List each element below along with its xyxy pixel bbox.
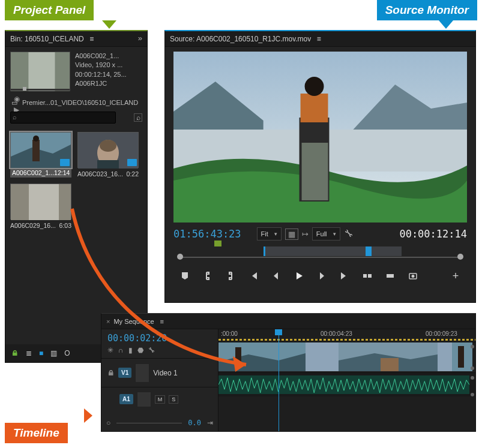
sequence-name: My Sequence: [113, 318, 154, 325]
label-source-monitor: Source Monitor: [377, 0, 477, 20]
scrub-handle-start[interactable]: [177, 254, 183, 260]
svg-rect-22: [387, 274, 394, 278]
sequence-timecode[interactable]: 00:00:02:20: [101, 329, 218, 346]
track-toggle[interactable]: [135, 363, 149, 383]
step-forward-button[interactable]: [316, 270, 327, 281]
proxy-icon[interactable]: ↦: [302, 230, 309, 239]
icon-view-icon[interactable]: ■: [39, 349, 43, 357]
find-bin-icon[interactable]: ⌕: [134, 113, 142, 122]
clip-item-name: A006C029_16...: [10, 222, 56, 229]
step-back-button[interactable]: [271, 270, 282, 281]
search-icon: ⌕: [13, 113, 17, 121]
settings-icon[interactable]: 🔧︎: [344, 228, 354, 239]
snap-icon[interactable]: ✳︎: [107, 346, 113, 354]
step-out-icon[interactable]: ⇥: [207, 419, 213, 427]
timeline-clip[interactable]: [339, 342, 438, 371]
zoom-slider-icon[interactable]: O: [64, 349, 70, 357]
clip-item-dur: 0:22: [127, 170, 139, 178]
clip-preview-thumbnail[interactable]: [10, 52, 70, 91]
track-badge-a1[interactable]: A1: [119, 394, 133, 404]
timeline-tracks-area[interactable]: :00:00 00:00:04:23 00:00:09:23: [218, 329, 475, 431]
safe-margins-icon[interactable]: ▦: [285, 228, 298, 240]
insert-button[interactable]: [362, 270, 373, 281]
go-to-in-button[interactable]: [248, 270, 259, 281]
ruler-tick: 00:00:09:23: [426, 330, 457, 337]
svg-rect-11: [29, 184, 59, 220]
source-monitor-panel: Source: A006C002_160510_R1JC.mov.mov ≡ 0…: [164, 30, 476, 303]
track-output-icon[interactable]: [471, 376, 474, 380]
track-toggle[interactable]: [137, 392, 151, 407]
resolution-dropdown[interactable]: Full▾: [312, 227, 340, 240]
lock-icon[interactable]: 🔒︎: [11, 349, 19, 357]
track-lock-icon[interactable]: 🔒︎: [107, 369, 115, 377]
clip-item[interactable]: A006C029_16...6:03: [10, 184, 71, 229]
poster-frame-icon[interactable]: ◉: [14, 95, 20, 103]
button-editor-icon[interactable]: +: [450, 270, 461, 281]
add-marker-icon[interactable]: ⬣: [137, 346, 143, 354]
panel-menu-icon[interactable]: ≡: [158, 317, 166, 326]
svg-rect-30: [381, 358, 399, 371]
export-frame-button[interactable]: [408, 270, 418, 281]
mark-out-button[interactable]: [225, 270, 236, 281]
panel-menu-icon[interactable]: ≡: [88, 35, 96, 43]
project-panel-header[interactable]: Bin: 160510_ICELAND ≡ »: [5, 31, 147, 47]
solo-icon[interactable]: S: [169, 395, 178, 404]
track-badge-v1[interactable]: V1: [118, 368, 131, 378]
settings-icon[interactable]: 🔧︎: [148, 346, 155, 354]
scrub-handle-end[interactable]: [457, 254, 463, 260]
ruler-tick: 00:00:04:23: [321, 330, 352, 337]
linked-selection-icon[interactable]: ∩: [118, 346, 124, 354]
clip-meta-line: 00:00:12:14, 25...: [75, 70, 127, 79]
overwrite-button[interactable]: [385, 270, 396, 281]
track-output-icon[interactable]: [471, 366, 474, 370]
svg-rect-17: [301, 94, 328, 122]
track-name: Video 1: [153, 369, 177, 377]
source-scrubber[interactable]: [173, 246, 467, 264]
selected-clip-section: ◉ ▶ A006C002_1... Video, 1920 x ... 00:0…: [5, 47, 147, 96]
svg-rect-20: [363, 274, 367, 278]
timecode-left[interactable]: 01:56:43:23: [173, 228, 241, 240]
timeline-ruler[interactable]: :00:00 00:00:04:23 00:00:09:23: [218, 329, 475, 342]
timeline-clip[interactable]: [438, 342, 452, 371]
list-view-icon[interactable]: ≣: [26, 349, 32, 357]
zoom-out-icon[interactable]: ○: [106, 419, 110, 427]
expand-chevrons-icon[interactable]: »: [138, 34, 142, 43]
track-output-icon[interactable]: [471, 345, 474, 348]
play-button[interactable]: [294, 270, 304, 281]
mute-icon[interactable]: M: [155, 395, 166, 404]
mark-in-button[interactable]: [202, 270, 213, 281]
svg-point-5: [33, 136, 39, 142]
svg-rect-21: [368, 274, 372, 278]
timeline-panel: × My Sequence ≡ 00:00:02:20 ✳︎ ∩ ▮ ⬣ 🔧︎ …: [101, 313, 476, 432]
timeline-clip[interactable]: [452, 342, 472, 371]
clip-item-name: A006C023_16...: [77, 170, 123, 178]
label-arrow-source: [439, 20, 453, 29]
timeline-playhead[interactable]: [279, 329, 279, 431]
track-output-icon[interactable]: [471, 393, 474, 396]
timeline-header[interactable]: × My Sequence ≡: [101, 314, 475, 329]
clip-item[interactable]: A006C002_1...12:14: [10, 132, 71, 178]
timeline-clip[interactable]: [218, 342, 306, 371]
freeform-view-icon[interactable]: ▥: [50, 349, 57, 357]
timeline-audio-lane[interactable]: [218, 372, 475, 396]
zoom-fit-dropdown[interactable]: Fit▾: [257, 227, 282, 240]
source-monitor-header[interactable]: Source: A006C002_160510_R1JC.mov.mov ≡: [165, 31, 475, 47]
marker-tool-icon[interactable]: ▮: [128, 346, 133, 354]
clip-item[interactable]: A006C023_16...0:22: [77, 132, 139, 178]
bin-title: Bin: 160510_ICELAND: [10, 35, 84, 43]
svg-rect-1: [28, 52, 55, 91]
timeline-clip[interactable]: [306, 342, 339, 371]
search-input[interactable]: [10, 112, 116, 124]
marker-icon[interactable]: [214, 240, 221, 246]
go-to-out-button[interactable]: [339, 270, 350, 281]
label-arrow-timeline: [84, 408, 92, 423]
clip-item-name: A006C002_1...: [12, 169, 54, 176]
add-marker-button[interactable]: [179, 270, 190, 281]
clip-item-dur: 6:03: [59, 222, 71, 229]
source-monitor-view[interactable]: [173, 52, 467, 223]
playhead[interactable]: [366, 246, 372, 256]
zoom-value: 0.0: [188, 419, 201, 427]
panel-menu-icon[interactable]: ≡: [315, 35, 323, 43]
svg-rect-27: [235, 347, 241, 366]
svg-rect-8: [97, 160, 119, 169]
